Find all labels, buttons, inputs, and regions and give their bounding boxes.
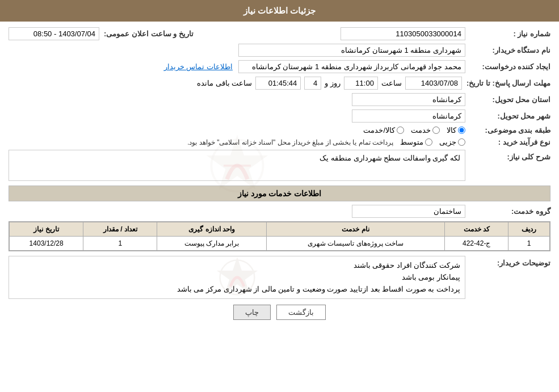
tabaqe-khedmat-label: خدمت <box>411 126 431 134</box>
eejad-row: ایجاد کننده درخواست: محمد جواد قهرمانی ک… <box>9 60 550 73</box>
page-header: جزئیات اطلاعات نیاز <box>0 0 559 22</box>
tabaqe-kala-khedmat-label: کالا/خدمت <box>363 126 395 134</box>
eejad-label: ایجاد کننده درخواست: <box>465 62 550 71</box>
cell-radif: 1 <box>508 237 550 251</box>
tabaqe-kala-radio[interactable] <box>458 127 465 134</box>
col-date: تاریخ نیاز <box>10 222 83 237</box>
page-title: جزئیات اطلاعات نیاز <box>243 6 316 15</box>
cell-name: ساخت پروژه‌های تاسیسات شهری <box>266 237 444 251</box>
توضیحات-line: پیمانکار بومی باشد <box>14 272 460 284</box>
mohlet-label: مهلت ارسال پاسخ: تا تاریخ: <box>462 79 550 87</box>
mohlet-baqi: 01:45:44 <box>255 77 301 90</box>
section-khadamat-title: اطلاعات خدمات مورد نیاز <box>9 186 550 201</box>
tabaqe-khedmat-radio[interactable] <box>432 127 440 134</box>
col-count: تعداد / مقدار <box>83 222 157 237</box>
services-table-wrapper: ردیف کد خدمت نام خدمت واحد اندازه گیری ت… <box>9 221 550 251</box>
tabaqe-radio-group: کالا خدمت کالا/خدمت <box>363 126 465 134</box>
tabaqe-label: طبقه بندی موضوعی: <box>465 126 550 134</box>
shomara-row: شماره نیاز : 1103050033000014 تاریخ و سا… <box>9 27 550 40</box>
tarikh-value: 1403/07/04 - 08:50 <box>9 27 99 40</box>
nam-dastgah-row: نام دستگاه خریدار: شهرداری منطقه 1 شهرست… <box>9 44 550 57</box>
noei-farayand-row: نوع فرآیند خرید : جزیی متوسط پرداخت تمام… <box>9 138 550 146</box>
shomara-label: شماره نیاز : <box>465 29 550 38</box>
mohlet-date: 1403/07/08 <box>405 77 462 90</box>
tabaqe-kala-khedmat-radio[interactable] <box>397 127 404 134</box>
sharh-kolli-value: لکه گیری واسفالت سطح شهرداری منطقه یک <box>9 150 465 181</box>
mohlet-row: مهلت ارسال پاسخ: تا تاریخ: 1403/07/08 سا… <box>9 77 550 90</box>
services-table: ردیف کد خدمت نام خدمت واحد اندازه گیری ت… <box>9 222 550 251</box>
sharh-kolli-label: شرح کلی نیاز: <box>465 150 550 161</box>
shomara-value: 1103050033000014 <box>341 27 465 40</box>
tabaqe-row: طبقه بندی موضوعی: کالا خدمت کالا/خدمت <box>9 126 550 134</box>
ostan-value: کرمانشاه <box>352 93 465 106</box>
page-wrapper: جزئیات اطلاعات نیاز شماره نیاز : 1103050… <box>0 0 559 392</box>
noei-farayand-radio-group: جزیی متوسط <box>400 138 465 146</box>
توضیحات-value: شرکت کنندگان افراد حقوقی باشندپیمانکار ب… <box>9 256 465 299</box>
nam-dastgah-value: شهرداری منطقه 1 شهرستان کرمانشاه <box>238 44 465 57</box>
buttons-row: بازگشت چاپ <box>9 305 550 320</box>
mohlet-baqi-label: ساعت باقی مانده <box>194 79 255 87</box>
توضیحات-line: پرداخت به صورت اقساط بعد ازتایید صورت وض… <box>14 284 460 296</box>
mohlet-rooz-label: روز و <box>321 79 344 87</box>
col-code: کد خدمت <box>445 222 508 237</box>
noei-farayand-label: نوع فرآیند خرید : <box>465 138 550 146</box>
col-unit: واحد اندازه گیری <box>157 222 266 237</box>
ostan-row: استان محل تحویل: کرمانشاه <box>9 93 550 106</box>
توضیحات-label: توضیحات خریدار: <box>465 256 550 267</box>
cell-code: ج-42-422 <box>445 237 508 251</box>
توضیحات-line: شرکت کنندگان افراد حقوقی باشند <box>14 260 460 272</box>
tabaqe-khedmat-item: خدمت <box>411 126 440 134</box>
mohlet-saet-label: ساعت <box>378 79 405 87</box>
sharh-kolli-wrapper: لکه گیری واسفالت سطح شهرداری منطقه یک <box>9 150 465 181</box>
grooh-khedmat-row: گروه خدمت: ساختمان <box>9 205 550 218</box>
mohlet-saet: 11:00 <box>344 77 378 90</box>
noei-farayand-note: پرداخت تمام یا بخشی از مبلغ خریداز محل "… <box>187 138 400 146</box>
tarikh-label: تاریخ و ساعت اعلان عمومی: <box>99 29 198 38</box>
tabaqe-kala-label: کالا <box>447 126 456 134</box>
tabaqe-kala-item: کالا <box>447 126 465 134</box>
table-row: 1ج-42-422ساخت پروژه‌های تاسیسات شهریبراب… <box>10 237 550 251</box>
nam-dastgah-label: نام دستگاه خریدار: <box>465 46 550 54</box>
col-radif: ردیف <box>508 222 550 237</box>
noei-mootavaset-radio[interactable] <box>425 138 432 146</box>
grooh-khedmat-label: گروه خدمت: <box>465 207 550 216</box>
توضیحات-row: توضیحات خریدار: شرکت کنندگان افراد حقوقی… <box>9 256 550 299</box>
cell-count: 1 <box>83 237 157 251</box>
shahr-row: شهر محل تحویل: کرمانشاه <box>9 109 550 123</box>
content-area: شماره نیاز : 1103050033000014 تاریخ و سا… <box>0 22 559 331</box>
cell-date: 1403/12/28 <box>10 237 83 251</box>
back-button[interactable]: بازگشت <box>276 305 326 320</box>
col-name: نام خدمت <box>266 222 444 237</box>
noei-jozee-label: جزیی <box>439 138 456 146</box>
ostan-label: استان محل تحویل: <box>465 95 550 104</box>
noei-mootavaset-label: متوسط <box>400 138 423 146</box>
table-header-row: ردیف کد خدمت نام خدمت واحد اندازه گیری ت… <box>10 222 550 237</box>
grooh-khedmat-value: ساختمان <box>352 205 465 218</box>
توضیحات-lines: شرکت کنندگان افراد حقوقی باشندپیمانکار ب… <box>14 260 460 295</box>
table-body: 1ج-42-422ساخت پروژه‌های تاسیسات شهریبراب… <box>10 237 550 251</box>
eejad-link[interactable]: اطلاعات تماس خریدار <box>164 62 233 71</box>
tabaqe-kala-khedmat-item: کالا/خدمت <box>363 126 404 134</box>
noei-jozee-item: جزیی <box>439 138 465 146</box>
cell-unit: برابر مدارک پیوست <box>157 237 266 251</box>
shahr-label: شهر محل تحویل: <box>465 112 550 120</box>
noei-mootavaset-item: متوسط <box>400 138 432 146</box>
sharh-kolli-row: شرح کلی نیاز: لکه گیری واسفالت سطح شهردا… <box>9 150 550 181</box>
shahr-value: کرمانشاه <box>352 109 465 123</box>
eejad-value: محمد جواد قهرمانی کاربرداز شهرداری منطقه… <box>238 60 465 73</box>
noei-jozee-radio[interactable] <box>458 138 465 146</box>
print-button[interactable]: چاپ <box>233 305 271 320</box>
mohlet-rooz: 4 <box>304 77 321 90</box>
